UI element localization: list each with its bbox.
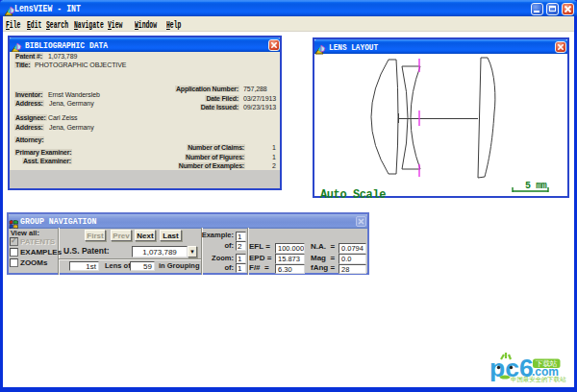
svg-text:中国最安全的下载站: 中国最安全的下载站 bbox=[511, 376, 566, 383]
